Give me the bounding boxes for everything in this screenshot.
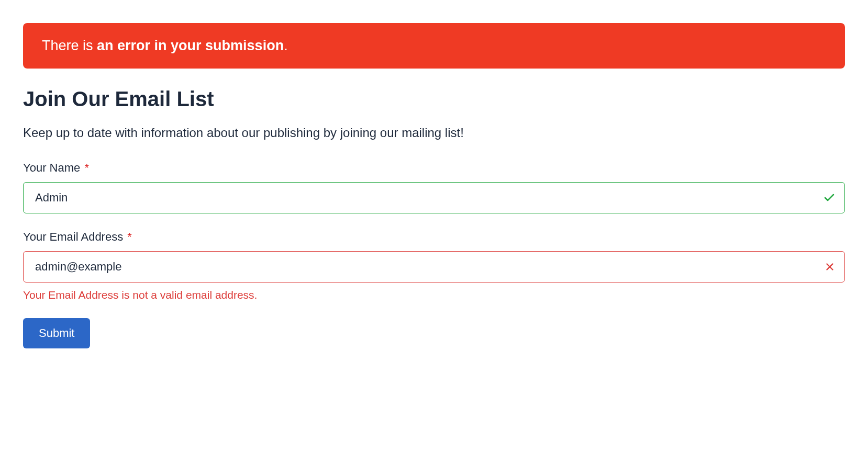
email-input-wrapper <box>23 251 845 282</box>
email-field-group: Your Email Address * Your Email Address … <box>23 230 845 301</box>
name-label-text: Your Name <box>23 161 80 174</box>
name-input-wrapper <box>23 182 845 213</box>
email-input[interactable] <box>23 251 845 282</box>
checkmark-icon <box>823 191 836 204</box>
email-label: Your Email Address * <box>23 230 845 244</box>
required-asterisk: * <box>84 161 89 174</box>
email-label-text: Your Email Address <box>23 230 123 243</box>
x-icon <box>824 261 836 273</box>
error-alert: There is an error in your submission. <box>23 23 845 69</box>
alert-suffix: . <box>284 38 288 53</box>
name-input[interactable] <box>23 182 845 213</box>
email-signup-form: Your Name * Your Email Address * <box>23 161 845 348</box>
name-label: Your Name * <box>23 161 845 175</box>
page-title: Join Our Email List <box>23 87 845 111</box>
name-field-group: Your Name * <box>23 161 845 213</box>
required-asterisk: * <box>127 230 132 243</box>
submit-button[interactable]: Submit <box>23 318 90 348</box>
alert-emphasis: an error in your submission <box>97 38 284 53</box>
alert-prefix: There is <box>42 38 97 53</box>
email-error-message: Your Email Address is not a valid email … <box>23 289 845 301</box>
form-description: Keep up to date with information about o… <box>23 126 845 140</box>
